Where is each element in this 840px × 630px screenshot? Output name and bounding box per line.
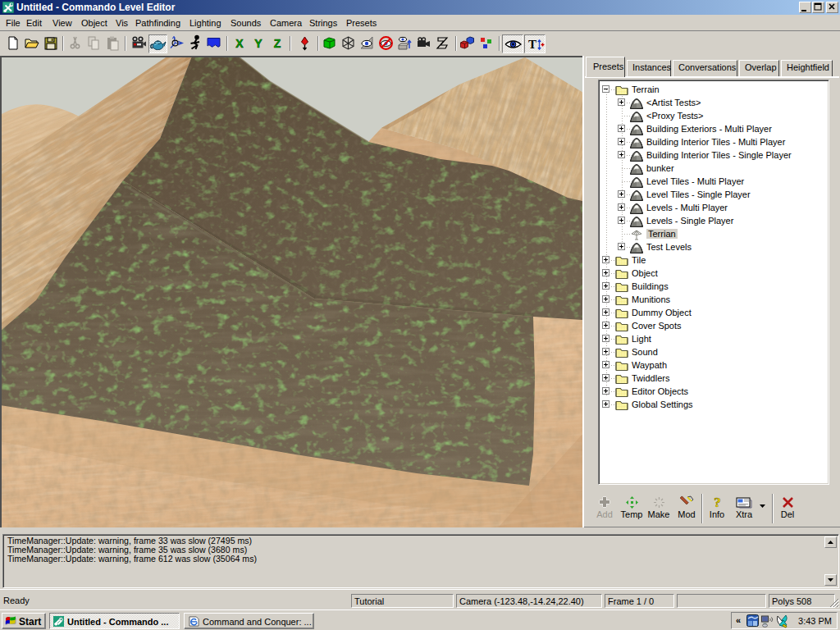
- svg-text:?: ?: [714, 495, 721, 509]
- svg-text:T: T: [528, 38, 536, 51]
- svg-text:Z: Z: [274, 37, 281, 50]
- svg-text:X: X: [235, 37, 244, 50]
- svg-text:Y: Y: [254, 37, 262, 50]
